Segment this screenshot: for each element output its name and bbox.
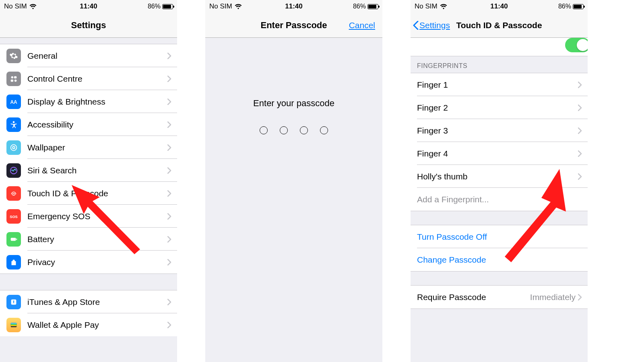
chevron-right-icon bbox=[167, 121, 171, 128]
row-label: Finger 3 bbox=[417, 126, 578, 136]
toggle-row-partial bbox=[411, 38, 588, 56]
display-icon: AA bbox=[6, 95, 21, 109]
settings-row-batt[interactable]: Battery bbox=[0, 228, 177, 251]
svg-point-6 bbox=[11, 144, 17, 150]
batt-icon bbox=[6, 232, 21, 247]
battery-icon bbox=[367, 4, 378, 9]
fingerprint-row[interactable]: Finger 3 bbox=[411, 119, 588, 142]
row-label: Siri & Search bbox=[27, 166, 167, 175]
settings-row-control[interactable]: Control Centre bbox=[0, 67, 177, 90]
row-label: General bbox=[27, 51, 167, 61]
chevron-right-icon bbox=[578, 82, 582, 88]
page-title: Settings bbox=[71, 20, 106, 31]
group-separator bbox=[411, 309, 588, 341]
row-label: Display & Brightness bbox=[27, 97, 167, 107]
row-label: Finger 1 bbox=[417, 80, 578, 90]
chevron-right-icon bbox=[167, 99, 171, 105]
fingerprint-row[interactable]: Finger 2 bbox=[411, 96, 588, 119]
row-label: Battery bbox=[27, 234, 167, 244]
cancel-button[interactable]: Cancel bbox=[349, 21, 375, 30]
clock: 11:40 bbox=[490, 2, 508, 10]
row-label: Wallpaper bbox=[27, 143, 167, 152]
passcode-dot bbox=[320, 126, 328, 134]
turn-passcode-off-button[interactable]: Turn Passcode Off bbox=[411, 225, 588, 248]
chevron-right-icon bbox=[167, 76, 171, 82]
settings-row-access[interactable]: Accessibility bbox=[0, 113, 177, 136]
fingerprint-list: Finger 1Finger 2Finger 3Finger 4Holly's … bbox=[411, 73, 588, 211]
fingerprint-row[interactable]: Finger 1 bbox=[411, 73, 588, 96]
svg-point-7 bbox=[12, 146, 15, 149]
svg-text:SOS: SOS bbox=[10, 214, 17, 218]
svg-rect-2 bbox=[11, 79, 13, 82]
status-bar: No SIM 11:40 86% bbox=[0, 0, 177, 13]
layout-gap bbox=[177, 0, 205, 362]
row-label: Wallet & Apple Pay bbox=[27, 320, 167, 330]
status-bar: No SIM 11:40 86% bbox=[205, 0, 382, 13]
change-passcode-button[interactable]: Change Passcode bbox=[411, 248, 588, 271]
settings-row-wall[interactable]: Wallpaper bbox=[0, 136, 177, 159]
add-fingerprint-button[interactable]: Add a Fingerprint... bbox=[411, 188, 588, 211]
settings-row-priv[interactable]: Privacy bbox=[0, 251, 177, 274]
settings-row-sos[interactable]: SOSEmergency SOS bbox=[0, 205, 177, 228]
row-label: Finger 2 bbox=[417, 103, 578, 113]
settings-row-wallet[interactable]: Wallet & Apple Pay bbox=[0, 313, 177, 336]
chevron-right-icon bbox=[578, 150, 582, 157]
carrier-text: No SIM bbox=[4, 2, 27, 10]
chevron-right-icon bbox=[167, 259, 171, 265]
settings-list: GeneralControl CentreAADisplay & Brightn… bbox=[0, 44, 177, 274]
settings-row-touch[interactable]: Touch ID & Passcode bbox=[0, 182, 177, 205]
svg-rect-11 bbox=[16, 239, 17, 240]
fingerprint-row[interactable]: Holly's thumb bbox=[411, 165, 588, 188]
row-label: Emergency SOS bbox=[27, 212, 167, 221]
fingerprint-row[interactable]: Finger 4 bbox=[411, 142, 588, 165]
wall-icon bbox=[6, 140, 21, 155]
passcode-entry: Enter your passcode bbox=[205, 38, 382, 362]
require-passcode-row[interactable]: Require Passcode Immediately bbox=[411, 286, 588, 309]
svg-rect-10 bbox=[11, 238, 16, 241]
battery-icon bbox=[573, 4, 584, 9]
settings-list: iTunes & App StoreWallet & Apple Pay bbox=[0, 290, 177, 336]
chevron-right-icon bbox=[167, 299, 171, 305]
battery-percent: 86% bbox=[558, 3, 571, 10]
chevron-right-icon bbox=[578, 173, 582, 180]
priv-icon bbox=[6, 255, 21, 269]
settings-row-general[interactable]: General bbox=[0, 44, 177, 67]
screen-settings: No SIM 11:40 86% Settings GeneralControl… bbox=[0, 0, 177, 362]
svg-rect-1 bbox=[14, 76, 17, 78]
back-label: Settings bbox=[419, 21, 450, 30]
navbar: Settings bbox=[0, 13, 177, 38]
general-icon bbox=[6, 49, 21, 63]
row-value: Immediately bbox=[530, 292, 576, 302]
toggle-switch[interactable] bbox=[565, 38, 588, 52]
passcode-dot bbox=[280, 126, 288, 134]
chevron-right-icon bbox=[167, 167, 171, 174]
svg-point-0 bbox=[11, 76, 13, 78]
svg-rect-15 bbox=[11, 324, 17, 325]
navbar: Enter Passcode Cancel bbox=[205, 13, 382, 38]
chevron-right-icon bbox=[167, 144, 171, 151]
row-label: Holly's thumb bbox=[417, 172, 578, 181]
passcode-dots[interactable] bbox=[260, 126, 328, 134]
row-label: Turn Passcode Off bbox=[417, 232, 588, 242]
settings-row-display[interactable]: AADisplay & Brightness bbox=[0, 90, 177, 113]
siri-icon bbox=[6, 163, 21, 178]
row-label: Privacy bbox=[27, 257, 167, 267]
svg-rect-14 bbox=[11, 323, 17, 324]
settings-row-itunes[interactable]: iTunes & App Store bbox=[0, 290, 177, 313]
screen-enter-passcode: No SIM 11:40 86% Enter Passcode Cancel E… bbox=[205, 0, 382, 362]
passcode-dot bbox=[300, 126, 308, 134]
passcode-prompt: Enter your passcode bbox=[253, 98, 334, 109]
require-passcode-group: Require Passcode Immediately bbox=[411, 286, 588, 309]
chevron-right-icon bbox=[167, 190, 171, 197]
svg-point-3 bbox=[14, 79, 17, 82]
layout-gap bbox=[588, 0, 644, 362]
back-button[interactable]: Settings bbox=[413, 21, 450, 30]
clock: 11:40 bbox=[285, 2, 302, 10]
chevron-right-icon bbox=[167, 213, 171, 220]
row-label: Change Passcode bbox=[417, 255, 588, 265]
settings-row-siri[interactable]: Siri & Search bbox=[0, 159, 177, 182]
battery-percent: 86% bbox=[353, 3, 366, 10]
svg-point-5 bbox=[13, 121, 15, 123]
status-bar: No SIM 11:40 86% bbox=[411, 0, 588, 13]
row-label: Require Passcode bbox=[417, 292, 530, 302]
